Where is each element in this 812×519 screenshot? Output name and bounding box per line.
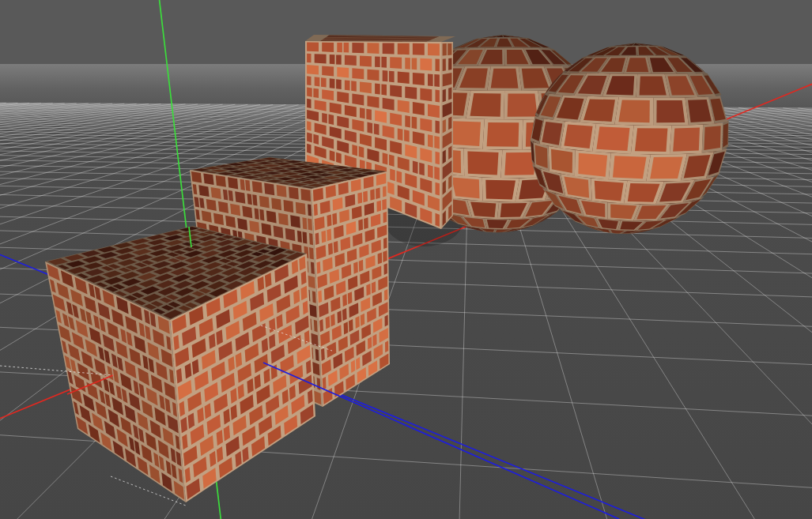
brick bbox=[307, 76, 311, 85]
3d-viewport[interactable] bbox=[0, 0, 812, 519]
brick bbox=[428, 73, 433, 86]
brick bbox=[296, 202, 306, 215]
brick bbox=[372, 281, 376, 293]
brick bbox=[352, 68, 364, 79]
brick bbox=[390, 168, 395, 181]
sphere-brick bbox=[640, 76, 667, 95]
brick bbox=[308, 219, 312, 231]
brick bbox=[198, 185, 209, 197]
sphere-brick bbox=[656, 100, 685, 122]
brick bbox=[405, 115, 410, 128]
brick bbox=[348, 291, 353, 304]
brick bbox=[370, 189, 375, 201]
sphere-brick bbox=[451, 121, 481, 146]
brick bbox=[366, 109, 372, 120]
brick bbox=[313, 134, 319, 145]
brick bbox=[351, 81, 357, 91]
sphere-brick bbox=[564, 124, 592, 149]
brick bbox=[216, 175, 226, 187]
brick bbox=[382, 199, 387, 210]
brick bbox=[277, 185, 287, 197]
brick bbox=[307, 99, 311, 108]
brick bbox=[390, 85, 402, 98]
brick bbox=[322, 43, 334, 52]
sphere-brick bbox=[723, 123, 728, 148]
brick bbox=[321, 231, 326, 243]
sphere-brick bbox=[470, 201, 496, 217]
brick bbox=[317, 378, 321, 390]
brick bbox=[337, 43, 342, 52]
brick bbox=[203, 173, 213, 185]
brick bbox=[266, 211, 277, 224]
brick bbox=[413, 161, 418, 174]
brick bbox=[390, 113, 402, 126]
brick bbox=[405, 58, 410, 70]
brick bbox=[332, 213, 337, 225]
brick bbox=[262, 223, 272, 235]
brick bbox=[383, 186, 387, 197]
brick bbox=[381, 57, 387, 68]
brick bbox=[337, 92, 349, 103]
brick bbox=[360, 81, 372, 93]
brick bbox=[363, 191, 368, 203]
brick bbox=[428, 104, 440, 118]
brick bbox=[342, 294, 347, 307]
brick bbox=[434, 167, 440, 180]
brick bbox=[336, 79, 342, 89]
brick bbox=[385, 340, 388, 352]
brick bbox=[383, 212, 387, 223]
brick bbox=[274, 226, 284, 239]
brick bbox=[344, 43, 349, 53]
brick bbox=[378, 253, 383, 265]
sphere-brick bbox=[451, 177, 479, 198]
brick bbox=[315, 232, 319, 245]
brick bbox=[297, 231, 302, 243]
sphere-brick bbox=[613, 156, 647, 179]
brick bbox=[383, 250, 387, 262]
brick bbox=[289, 186, 299, 199]
brick bbox=[375, 56, 380, 67]
brick bbox=[443, 58, 446, 71]
brick bbox=[334, 241, 338, 254]
brick bbox=[448, 43, 451, 55]
brick bbox=[307, 43, 319, 52]
brick bbox=[317, 261, 321, 274]
brick bbox=[359, 260, 364, 272]
sphere-brick bbox=[467, 152, 498, 175]
brick bbox=[307, 121, 311, 131]
brick bbox=[327, 229, 331, 242]
brick bbox=[309, 247, 314, 260]
brick bbox=[434, 74, 440, 87]
brick bbox=[327, 214, 331, 227]
brick bbox=[313, 88, 319, 98]
brick bbox=[381, 84, 387, 95]
brick bbox=[259, 196, 270, 209]
brick bbox=[428, 134, 433, 148]
brick bbox=[307, 133, 312, 143]
brick bbox=[390, 57, 402, 69]
brick bbox=[420, 118, 432, 132]
brick bbox=[366, 284, 370, 296]
brick bbox=[448, 58, 451, 70]
brick bbox=[385, 315, 388, 327]
brick bbox=[315, 77, 320, 86]
sphere-brick bbox=[650, 157, 682, 179]
brick bbox=[436, 213, 440, 227]
brick bbox=[412, 117, 417, 130]
brick bbox=[413, 73, 425, 85]
brick bbox=[443, 150, 446, 164]
brick bbox=[307, 65, 319, 75]
sphere-brick bbox=[491, 69, 519, 88]
brick bbox=[328, 243, 333, 255]
brick bbox=[278, 212, 289, 225]
brick bbox=[443, 43, 447, 55]
brick bbox=[318, 290, 322, 303]
brick bbox=[330, 78, 335, 88]
brick bbox=[322, 113, 327, 123]
brick bbox=[384, 289, 387, 301]
brick bbox=[436, 121, 440, 134]
brick bbox=[436, 90, 440, 103]
brick bbox=[412, 58, 417, 70]
brick bbox=[259, 209, 264, 221]
brick bbox=[322, 89, 334, 100]
